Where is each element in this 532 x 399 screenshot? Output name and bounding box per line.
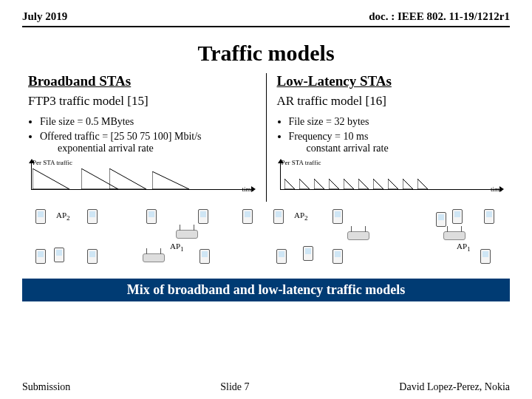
device-icon [198,209,208,224]
device-icon [35,209,46,224]
plot-x-label: time [491,185,502,193]
device-icon [480,249,491,264]
arrow-up-icon [278,159,284,163]
network-diagram: AP2 AP1 AP2 AP1 [28,205,504,274]
device-icon [87,249,98,264]
traffic-triangle-icon [388,179,398,189]
svg-marker-9 [358,179,369,189]
traffic-triangle-icon [403,179,413,189]
access-point-icon [347,231,369,240]
svg-marker-6 [314,179,324,189]
lowlatency-heading: Low-Latency STAs [277,73,505,89]
ap1-label: AP1 [170,242,184,253]
ap2-label: AP2 [56,211,70,222]
broadband-model: FTP3 traffic model [15] [28,94,256,109]
lowlatency-model: AR traffic model [16] [277,94,505,109]
lowlatency-plot: Per STA traffic time [277,159,505,202]
column-broadband: Broadband STAs FTP3 traffic model [15] F… [28,73,267,202]
traffic-triangle-icon [358,179,369,189]
lowlatency-bullet-2: Frequency = 10 ms constant arrival rate [289,131,505,154]
ap1-label: AP1 [457,242,471,253]
device-icon [436,212,446,227]
device-icon [35,249,46,264]
footer-right: David Lopez-Perez, Nokia [399,381,510,393]
broadband-bullets: File size = 0.5 MBytes Offered traffic =… [28,116,256,154]
broadband-plot: Per STA traffic time [28,159,256,202]
device-icon [87,209,98,224]
axis-x [31,189,253,190]
traffic-triangle-icon [373,179,383,189]
axis-y [280,162,281,190]
traffic-triangle-icon [284,179,295,189]
broadband-bullet-2: Offered traffic = [25 50 75 100] Mbit/s … [40,131,256,154]
svg-marker-7 [329,179,339,189]
traffic-triangle-icon [329,179,339,189]
access-point-icon [143,253,165,262]
lowlatency-bullet-2-line2: constant arrival rate [307,143,505,154]
svg-marker-12 [403,179,413,189]
header-date: July 2019 [22,10,67,23]
device-icon [276,249,287,264]
ap2-label: AP2 [294,211,308,222]
plot-y-label: Per STA traffic [282,159,321,166]
slide-footer: Submission Slide 7 David Lopez-Perez, No… [22,381,510,393]
footer-left: Submission [22,381,70,393]
broadband-heading: Broadband STAs [28,73,256,89]
access-point-icon [176,230,198,239]
footer-center: Slide 7 [220,381,249,393]
svg-marker-10 [373,179,383,189]
svg-marker-2 [109,168,146,189]
device-icon [54,248,64,262]
plot-x-label: time [242,185,254,193]
svg-marker-11 [388,179,398,189]
broadband-bullet-2-line2: exponential arrival rate [58,143,256,154]
traffic-triangle-icon [152,171,189,189]
plot-y-label: Per STA traffic [33,159,72,166]
device-icon [146,209,157,224]
slide-header: July 2019 doc. : IEEE 802. 11-19/1212r1 [22,0,510,27]
traffic-triangle-icon [344,179,354,189]
broadband-bullet-1: File size = 0.5 MBytes [40,116,256,128]
device-icon [273,209,284,224]
content-columns: Broadband STAs FTP3 traffic model [15] F… [0,73,532,202]
svg-marker-5 [299,179,310,189]
device-icon [242,209,253,224]
device-icon [452,209,463,224]
svg-marker-0 [33,168,69,189]
network-right: AP2 AP1 [266,205,504,274]
lowlatency-bullets: File size = 32 bytes Frequency = 10 ms c… [277,116,505,154]
svg-marker-3 [152,171,189,189]
column-lowlatency: Low-Latency STAs AR traffic model [16] F… [267,73,505,202]
traffic-triangle-icon [417,179,428,189]
traffic-triangle-icon [314,179,324,189]
arrow-up-icon [29,159,35,163]
traffic-triangle-icon [299,179,310,189]
lowlatency-bullet-1: File size = 32 bytes [289,116,505,128]
traffic-triangle-icon [33,168,69,189]
lowlatency-bullet-2-line1: Frequency = 10 ms [289,131,369,142]
slide-title: Traffic models [0,41,532,66]
svg-marker-8 [344,179,354,189]
network-left: AP2 AP1 [28,205,266,274]
svg-marker-13 [417,179,428,189]
device-icon [484,209,494,224]
header-doc: doc. : IEEE 802. 11-19/1212r1 [369,10,510,23]
mix-banner: Mix of broadband and low-latency traffic… [22,279,510,301]
access-point-icon [443,231,466,240]
device-icon [332,249,343,264]
device-icon [332,209,343,224]
axis-x [280,189,502,190]
traffic-triangle-icon [109,168,146,189]
broadband-bullet-2-line1: Offered traffic = [25 50 75 100] Mbit/s [40,131,202,142]
axis-y [31,162,32,190]
device-icon [303,246,313,261]
svg-marker-4 [284,179,295,189]
device-icon [200,249,210,264]
